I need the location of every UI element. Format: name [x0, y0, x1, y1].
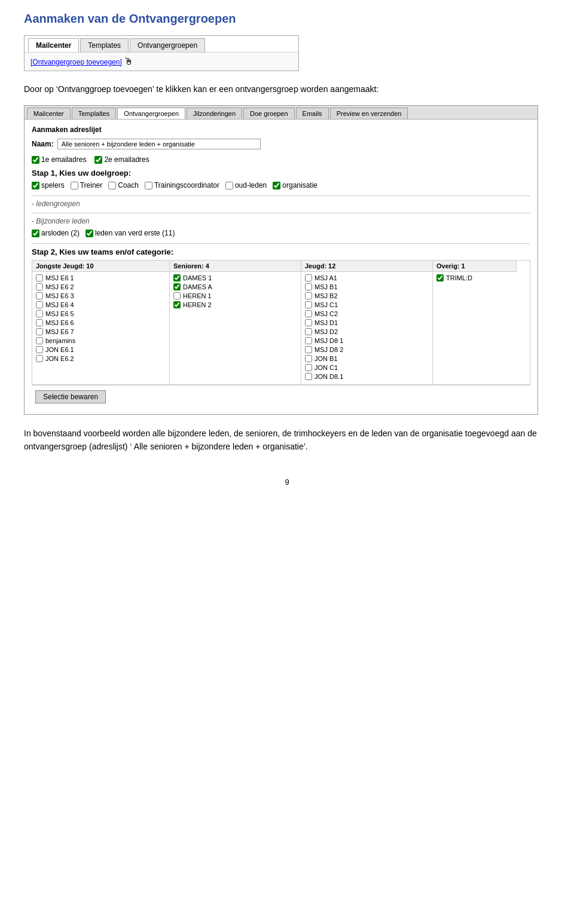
emailadres2-check[interactable]	[94, 156, 102, 164]
name-input[interactable]	[57, 139, 261, 149]
role-coach-check[interactable]	[108, 182, 116, 189]
msjd2-label: MSJ D2	[315, 328, 338, 335]
damesa-check[interactable]	[173, 283, 181, 290]
role-organisatie-check[interactable]	[273, 182, 280, 189]
team-damesa[interactable]: DAMES A	[173, 283, 297, 290]
msje64-check[interactable]	[36, 301, 43, 308]
team-msje64[interactable]: MSJ E6 4	[36, 301, 166, 308]
team-msje66[interactable]: MSJ E6 6	[36, 319, 166, 326]
team-msjd1[interactable]: MSJ D1	[305, 319, 429, 326]
heren1-check[interactable]	[173, 292, 181, 299]
msjc2-check[interactable]	[305, 310, 312, 317]
leden-verd-checkbox[interactable]: leden van verd erste (11)	[86, 229, 175, 237]
emailadres1-checkbox[interactable]: 1e emailadres	[32, 155, 86, 164]
arsloden-checkbox[interactable]: arsloden (2)	[32, 229, 80, 237]
msje62-check[interactable]	[36, 283, 43, 290]
msje65-check[interactable]	[36, 310, 43, 317]
form-tab-ontvangergroepen[interactable]: Ontvangergroepen	[117, 108, 185, 119]
team-msje62[interactable]: MSJ E6 2	[36, 283, 166, 290]
role-trainingscoordinator-check[interactable]	[145, 182, 152, 189]
msjb2-check[interactable]	[305, 292, 312, 299]
role-treiner[interactable]: Treiner	[71, 181, 103, 189]
jone61-check[interactable]	[36, 346, 43, 353]
form-tab-doegroepen[interactable]: Doe groepen	[243, 108, 295, 119]
benjamins-check[interactable]	[36, 337, 43, 344]
form-tab-templaltes[interactable]: Templaltes	[72, 108, 117, 119]
heren2-check[interactable]	[173, 301, 181, 308]
msjb1-check[interactable]	[305, 283, 312, 290]
team-msjc2[interactable]: MSJ C2	[305, 310, 429, 317]
dames1-label: DAMES 1	[183, 274, 212, 282]
tab-templates-1[interactable]: Templates	[80, 38, 129, 52]
team-jone62[interactable]: JON E6.2	[36, 355, 166, 362]
emailadres2-checkbox[interactable]: 2e emailadres	[94, 155, 149, 164]
team-msjd2[interactable]: MSJ D2	[305, 328, 429, 335]
role-oud-leden-label: oud-leden	[235, 181, 267, 189]
jonb1-check[interactable]	[305, 355, 312, 362]
jonc1-check[interactable]	[305, 364, 312, 371]
form-tab-emails[interactable]: Emails	[296, 108, 329, 119]
team-heren2[interactable]: HEREN 2	[173, 301, 297, 308]
jone62-check[interactable]	[36, 355, 43, 362]
role-oud-leden[interactable]: oud-leden	[225, 181, 267, 189]
team-msjb2[interactable]: MSJ B2	[305, 292, 429, 299]
team-msje65[interactable]: MSJ E6 5	[36, 310, 166, 317]
team-msjc1[interactable]: MSJ C1	[305, 301, 429, 308]
team-dames1[interactable]: DAMES 1	[173, 274, 297, 282]
team-msjb1[interactable]: MSJ B1	[305, 283, 429, 290]
save-button[interactable]: Selectie bewaren	[35, 390, 106, 403]
role-coach[interactable]: Coach	[108, 181, 139, 189]
teams-section: Stap 2, Kies uw teams en/of categorie: J…	[32, 243, 530, 408]
team-msjd81[interactable]: MSJ D8 1	[305, 337, 429, 344]
trimld-check[interactable]	[436, 274, 444, 282]
role-trainingscoordinator[interactable]: Trainingscoordinator	[145, 181, 219, 189]
tab-ontvangergroepen-1[interactable]: Ontvangergroepen	[130, 38, 205, 52]
arsloden-check[interactable]	[32, 230, 39, 237]
role-oud-leden-check[interactable]	[225, 182, 233, 189]
ledengroepen-label: - ledengroepen	[32, 200, 530, 208]
msje67-check[interactable]	[36, 328, 43, 335]
msjd2-check[interactable]	[305, 328, 312, 335]
team-jonc1[interactable]: JON C1	[305, 364, 429, 371]
form-tab-jilzonderingen[interactable]: Jilzonderingen	[187, 108, 242, 119]
jond81-check[interactable]	[305, 373, 312, 380]
team-jond81[interactable]: JON D8.1	[305, 373, 429, 380]
dames1-check[interactable]	[173, 274, 181, 282]
team-msja1[interactable]: MSJ A1	[305, 274, 429, 282]
team-msje67[interactable]: MSJ E6 7	[36, 328, 166, 335]
msjc1-label: MSJ C1	[315, 301, 338, 308]
msje66-check[interactable]	[36, 319, 43, 326]
msjd1-check[interactable]	[305, 319, 312, 326]
role-treiner-check[interactable]	[71, 182, 78, 189]
msjd82-check[interactable]	[305, 346, 312, 353]
team-msje63[interactable]: MSJ E6 3	[36, 292, 166, 299]
msje63-check[interactable]	[36, 292, 43, 299]
role-spelers[interactable]: spelers	[32, 181, 65, 189]
team-jone61[interactable]: JON E6.1	[36, 346, 166, 353]
role-spelers-check[interactable]	[32, 182, 39, 189]
msjd81-check[interactable]	[305, 337, 312, 344]
emailadres1-check[interactable]	[32, 156, 39, 164]
ontvangergroep-link[interactable]: [Ontvangergroep toevoegen]	[30, 58, 122, 66]
col-header-overig: Overig: 1	[433, 261, 517, 272]
team-msjd82[interactable]: MSJ D8 2	[305, 346, 429, 353]
msje61-check[interactable]	[36, 274, 43, 282]
form-tab-mailcenter[interactable]: Mailcenter	[27, 108, 71, 119]
team-heren1[interactable]: HEREN 1	[173, 292, 297, 299]
nav-bar-1: Mailcenter Templates Ontvangergroepen	[25, 36, 298, 53]
team-jonb1[interactable]: JON B1	[305, 355, 429, 362]
tab-mailcenter-1[interactable]: Mailcenter	[28, 38, 79, 52]
team-trimld[interactable]: TRIML:D	[436, 274, 513, 282]
form-tab-preview[interactable]: Preview en verzenden	[330, 108, 408, 119]
leden-verd-check[interactable]	[86, 230, 93, 237]
role-organisatie[interactable]: organisatie	[273, 181, 317, 189]
msjc1-check[interactable]	[305, 301, 312, 308]
jond81-label: JON D8.1	[315, 373, 343, 380]
team-msje61[interactable]: MSJ E6 1	[36, 274, 166, 282]
bijzondere-row: arsloden (2) leden van verd erste (11)	[32, 229, 530, 237]
msja1-check[interactable]	[305, 274, 312, 282]
team-benjamins[interactable]: benjamins	[36, 337, 166, 344]
heren1-label: HEREN 1	[183, 292, 212, 299]
step2-title: Stap 2, Kies uw teams en/of categorie:	[32, 247, 530, 256]
bijzondere-section: - Bijzondere leden arsloden (2) leden va…	[32, 213, 530, 237]
